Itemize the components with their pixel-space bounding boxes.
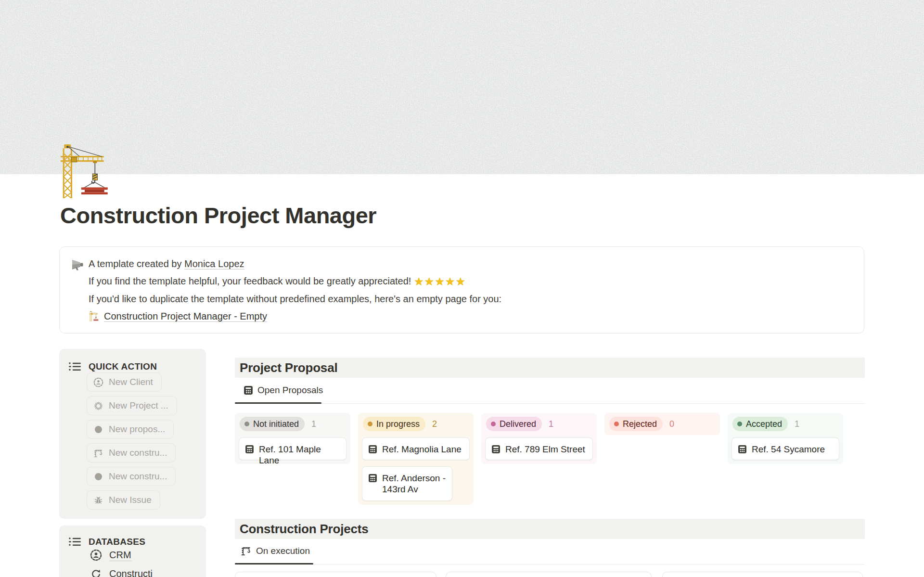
status-dot: [737, 422, 742, 426]
page-icon-crane[interactable]: [56, 143, 116, 198]
proposal-card[interactable]: Ref. Magnolia Lane: [362, 437, 470, 460]
new-proposal-button[interactable]: New propos...: [87, 420, 174, 439]
card-count: 1: [311, 419, 316, 429]
author-link[interactable]: Monica Lopez: [184, 258, 244, 269]
database-link-crm[interactable]: CRM: [90, 549, 131, 561]
callout-line-duplicate: If you'd like to duplicate the template …: [89, 293, 501, 305]
quick-action-buttons: New Client New Project ... New propos...…: [87, 372, 177, 514]
quick-action-panel: QUICK ACTION New Client New Project ... …: [59, 349, 206, 519]
active-tab-indicator: [235, 402, 321, 404]
execution-card[interactable]: [235, 572, 436, 577]
status-badge: Accepted: [732, 417, 788, 431]
status-badge: In progress: [363, 417, 425, 431]
card-title: Ref. 101 Maple Lane: [259, 444, 340, 466]
databases-header: DATABASES: [68, 536, 145, 547]
new-client-button[interactable]: New Client: [87, 372, 162, 392]
kanban-column-not-initiated: Not initiated 1 Ref. 101 Maple Lane: [235, 413, 350, 464]
page-title: Construction Project Manager: [60, 202, 376, 229]
execution-card[interactable]: [662, 572, 863, 577]
column-header[interactable]: Accepted 1: [732, 417, 839, 431]
column-header[interactable]: In progress 2: [362, 417, 470, 431]
status-dot: [368, 422, 372, 426]
button-label: New Client: [109, 377, 153, 387]
database-link-constructions[interactable]: Constructi: [90, 568, 153, 577]
crane-page-icon: [89, 311, 100, 321]
callout-line-author: A template created by Monica Lopez: [89, 257, 244, 270]
tab-label: Open Proposals: [257, 385, 323, 396]
status-dot: [491, 422, 496, 426]
new-issue-button[interactable]: New Issue: [87, 490, 160, 510]
tab-on-execution[interactable]: On execution: [241, 545, 310, 556]
quick-action-heading: QUICK ACTION: [89, 361, 157, 372]
tab-divider: [235, 403, 865, 404]
card-title: Ref. Magnolia Lane: [382, 444, 462, 455]
button-label: New constru...: [109, 471, 167, 482]
person-dashed-circle-icon: [90, 549, 102, 561]
person-dashed-circle-icon: [93, 377, 103, 387]
execution-card[interactable]: [446, 572, 652, 577]
card-count: 1: [795, 419, 799, 429]
table-icon: [491, 445, 500, 454]
button-label: New constru...: [109, 448, 167, 458]
section-heading-construction-projects: Construction Projects: [235, 519, 865, 539]
card-title: Ref. 789 Elm Street: [505, 444, 585, 455]
tab-label: On execution: [256, 546, 310, 556]
crane-line-icon: [93, 448, 103, 458]
burst-icon: [93, 401, 103, 411]
author-prefix-text: A template created by: [89, 258, 184, 269]
kanban-column-delivered: Delivered 1 Ref. 789 Elm Street: [481, 413, 597, 464]
crane-line-icon: [241, 545, 252, 556]
proposal-kanban-board: Not initiated 1 Ref. 101 Maple Lane In p…: [235, 413, 865, 505]
new-construction-button-2[interactable]: New constru...: [87, 467, 176, 486]
status-badge: Rejected: [609, 417, 663, 431]
empty-page-link[interactable]: Construction Project Manager - Empty: [104, 311, 267, 322]
cycle-arrow-icon: [90, 568, 102, 577]
bug-icon: [93, 495, 103, 505]
databases-heading: DATABASES: [89, 537, 145, 547]
status-label: Delivered: [500, 419, 536, 429]
table-icon: [738, 445, 747, 454]
list-icon: [68, 536, 81, 547]
callout-line-feedback: If you find the template helpful, your f…: [89, 275, 466, 288]
section-title: Project Proposal: [240, 360, 337, 375]
section-title: Construction Projects: [240, 522, 368, 537]
proposal-card[interactable]: Ref. 101 Maple Lane: [239, 437, 346, 460]
tab-open-proposals[interactable]: Open Proposals: [244, 385, 323, 396]
status-dot: [244, 422, 249, 426]
section-heading-project-proposal: Project Proposal: [235, 358, 865, 378]
list-icon: [68, 361, 81, 372]
proposal-card[interactable]: Ref. Anderson - 143rd Av: [362, 466, 452, 501]
table-icon: [245, 445, 254, 454]
column-header[interactable]: Rejected 0: [608, 417, 716, 431]
cover-image-stucco-texture: [0, 0, 924, 174]
status-label: In progress: [376, 419, 420, 429]
proposal-card[interactable]: Ref. 54 Sycamore: [732, 437, 839, 460]
quick-action-header: QUICK ACTION: [68, 361, 157, 372]
column-header[interactable]: Not initiated 1: [239, 417, 346, 431]
callout-line-empty-page: Construction Project Manager - Empty: [89, 310, 267, 322]
button-label: New Project ...: [109, 400, 168, 411]
table-icon: [368, 474, 377, 483]
status-label: Not initiated: [253, 419, 299, 429]
crm-link: CRM: [109, 550, 131, 561]
status-badge: Delivered: [486, 417, 542, 431]
kanban-column-rejected: Rejected 0: [604, 413, 720, 435]
circle-icon: [93, 424, 103, 435]
status-dot: [614, 422, 619, 426]
status-label: Accepted: [746, 419, 782, 429]
table-icon: [368, 445, 377, 454]
constructions-link: Constructi: [109, 568, 153, 577]
template-callout: A template created by Monica Lopez If yo…: [59, 246, 864, 333]
card-count: 0: [669, 419, 674, 429]
column-header[interactable]: Delivered 1: [485, 417, 593, 431]
button-label: New Issue: [109, 495, 152, 505]
star-rating: ★★★★★: [414, 275, 466, 288]
proposal-card[interactable]: Ref. 789 Elm Street: [485, 437, 593, 460]
new-construction-button[interactable]: New constru...: [87, 443, 176, 462]
new-project-button[interactable]: New Project ...: [87, 396, 177, 415]
card-count: 1: [549, 419, 553, 429]
megaphone-icon: [71, 258, 87, 272]
databases-panel: DATABASES CRM Constructi: [59, 526, 206, 577]
kanban-column-in-progress: In progress 2 Ref. Magnolia Lane Ref. An…: [358, 413, 474, 505]
status-label: Rejected: [623, 419, 657, 429]
